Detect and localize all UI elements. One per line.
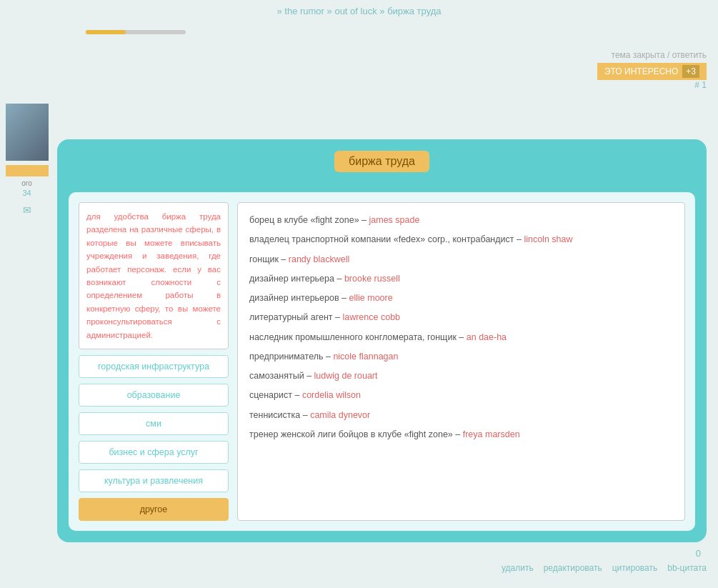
outer-card: биржа труда для удобства биржа труда раз… — [57, 139, 707, 542]
progress-fill — [86, 30, 126, 34]
job-role: дизайнер интерьеров – — [249, 293, 349, 303]
inner-area: для удобства биржа труда разделена на ра… — [69, 192, 695, 531]
job-role: гонщик – — [249, 254, 289, 264]
job-role: тренер женской лиги бойцов в клубе «figh… — [249, 429, 463, 439]
job-name-link[interactable]: lincoln shaw — [524, 234, 572, 244]
interesting-button[interactable]: ЭТО ИНТЕРЕСНО +3 — [597, 63, 707, 80]
sidebar-label: ого — [21, 179, 32, 187]
description-text: для удобства биржа труда разделена на ра… — [86, 212, 221, 339]
breadcrumb-item-2[interactable]: » out of luck — [327, 6, 377, 16]
progress-track[interactable] — [86, 30, 186, 34]
list-item: теннисистка – camila dynevor — [249, 408, 673, 423]
list-item: борец в клубе «fight zone» – james spade — [249, 213, 673, 228]
job-role: сценарист – — [249, 390, 302, 400]
job-name-link[interactable]: james spade — [369, 215, 420, 225]
breadcrumb: » the rumor » out of luck » биржа труда — [0, 0, 718, 22]
list-item: сценарист – cordelia wilson — [249, 388, 673, 403]
job-name-link[interactable]: ludwig de rouart — [314, 371, 378, 381]
card-title: биржа труда — [334, 151, 429, 172]
list-item: дизайнер интерьеров – ellie moore — [249, 291, 673, 306]
job-role: дизайнер интерьера – — [249, 274, 344, 284]
reply-link[interactable]: ответить — [672, 50, 707, 60]
job-list: борец в клубе «fight zone» – james spade… — [237, 202, 685, 521]
job-name-link[interactable]: cordelia wilson — [302, 390, 361, 400]
action-link-bb-цитата[interactable]: bb-цитата — [667, 563, 707, 573]
list-item: гонщик – randy blackwell — [249, 252, 673, 267]
top-controls: тема закрыта / ответить ЭТО ИНТЕРЕСНО +3 — [597, 50, 707, 80]
list-item: предприниматель – nicole flannagan — [249, 349, 673, 364]
action-link-цитировать[interactable]: цитировать — [612, 563, 658, 573]
action-link-редактировать[interactable]: редактировать — [544, 563, 602, 573]
job-role: самозанятый – — [249, 371, 314, 381]
sidebar-badge — [6, 165, 49, 176]
list-item: наследник промышленного конгломерата, го… — [249, 330, 673, 345]
job-role: борец в клубе «fight zone» – — [249, 215, 369, 225]
job-name-link[interactable]: randy blackwell — [289, 254, 349, 264]
action-links: удалитьредактироватьцитироватьbb-цитата — [57, 563, 707, 573]
job-name-link[interactable]: brooke russell — [344, 274, 400, 284]
post-number: # 1 — [694, 80, 707, 90]
card-title-wrap: биржа труда — [69, 151, 695, 182]
left-sidebar: ого 34 ✉ — [0, 104, 54, 216]
sidebar-icon: ✉ — [23, 204, 31, 216]
breadcrumb-item-1[interactable]: » the rumor — [276, 6, 324, 16]
job-role: теннисистка – — [249, 410, 310, 420]
list-item: самозанятый – ludwig de rouart — [249, 369, 673, 384]
job-role: наследник промышленного конгломерата, го… — [249, 332, 467, 342]
job-role: предприниматель – — [249, 352, 333, 362]
category-btn-culture[interactable]: культура и развлечения — [79, 469, 229, 492]
job-name-link[interactable]: freya marsden — [463, 429, 520, 439]
progress-bar-area — [0, 25, 718, 39]
list-item: дизайнер интерьера – brooke russell — [249, 271, 673, 286]
category-btn-business[interactable]: бизнес и сфера услуг — [79, 441, 229, 464]
description-box: для удобства биржа труда разделена на ра… — [79, 202, 229, 349]
main-content: биржа труда для удобства биржа труда раз… — [57, 39, 707, 573]
job-name-link[interactable]: lawrence cobb — [342, 312, 400, 322]
category-btn-other[interactable]: другое — [79, 498, 229, 521]
action-link-удалить[interactable]: удалить — [502, 563, 534, 573]
list-item: тренер женской лиги бойцов в клубе «figh… — [249, 427, 673, 442]
job-role: литературный агент – — [249, 312, 342, 322]
topic-status: тема закрыта / ответить — [612, 50, 707, 60]
list-item: владелец транспортной компании «fedex» c… — [249, 232, 673, 247]
avatar — [6, 104, 49, 161]
job-name-link[interactable]: an dae-ha — [467, 332, 507, 342]
job-name-link[interactable]: nicole flannagan — [333, 352, 398, 362]
job-role: владелец транспортной компании «fedex» c… — [249, 234, 524, 244]
list-item: литературный агент – lawrence cobb — [249, 310, 673, 325]
category-btn-education[interactable]: образование — [79, 384, 229, 407]
category-btn-infrastructure[interactable]: городская инфраструктура — [79, 355, 229, 378]
job-name-link[interactable]: camila dynevor — [310, 410, 370, 420]
left-column: для удобства биржа труда разделена на ра… — [79, 202, 229, 521]
category-btn-media[interactable]: сми — [79, 412, 229, 435]
bottom-count: 0 — [57, 548, 701, 559]
sidebar-number: 34 — [22, 189, 31, 197]
job-name-link[interactable]: ellie moore — [349, 293, 393, 303]
breadcrumb-item-3[interactable]: » биржа труда — [379, 6, 441, 16]
